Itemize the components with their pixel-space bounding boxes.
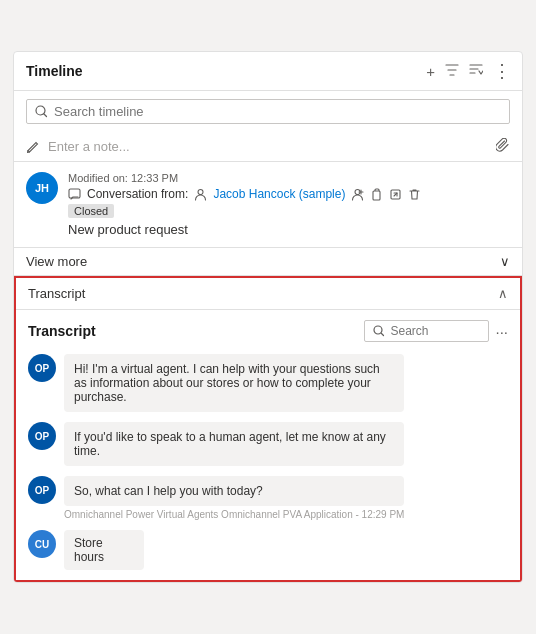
assign-icon[interactable] <box>351 188 364 201</box>
chat-message-2: OP If you'd like to speak to a human age… <box>28 422 508 466</box>
transcript-more-icon[interactable]: ··· <box>495 323 508 340</box>
view-more-row[interactable]: View more ∨ <box>14 248 522 276</box>
timeline-entry: JH Modified on: 12:33 PM Conversation fr… <box>14 162 522 248</box>
transcript-section-header: Transcript ∧ <box>16 278 520 310</box>
op-avatar-1: OP <box>28 354 56 382</box>
note-entry-bar[interactable]: Enter a note... <box>14 132 522 162</box>
chevron-down-icon: ∨ <box>500 254 510 269</box>
msg-bubble-3: So, what can I help you with today? <box>64 476 404 506</box>
svg-point-6 <box>374 326 382 334</box>
chat-message-3: OP So, what can I help you with today? O… <box>28 476 508 520</box>
svg-rect-4 <box>373 191 380 200</box>
msg-bubble-2: If you'd like to speak to a human agent,… <box>64 422 404 466</box>
note-placeholder: Enter a note... <box>48 139 130 154</box>
more-options-icon[interactable]: ⋮ <box>493 60 510 82</box>
op-avatar-3: OP <box>28 476 56 504</box>
status-badge: Closed <box>68 204 114 218</box>
chat-message-bottom: CU Store hours <box>28 530 508 570</box>
transcript-search-icon <box>373 325 385 337</box>
svg-point-2 <box>198 189 203 194</box>
person-icon <box>194 188 207 201</box>
entry-conversation: Conversation from: Jacob Hancock (sample… <box>68 187 510 201</box>
contact-name[interactable]: Jacob Hancock (sample) <box>213 187 345 201</box>
delete-icon[interactable] <box>408 188 421 201</box>
collapse-icon[interactable]: ∧ <box>498 286 508 301</box>
search-icon <box>35 105 48 118</box>
timeline-panel: Timeline + ⋮ <box>13 51 523 583</box>
attachment-icon[interactable] <box>496 138 510 155</box>
view-more-label: View more <box>26 254 87 269</box>
conversation-label: Conversation from: <box>87 187 188 201</box>
transcript-inner-title: Transcript <box>28 323 96 339</box>
op-avatar-2: OP <box>28 422 56 450</box>
conversation-icon <box>68 188 81 201</box>
note-left: Enter a note... <box>26 139 130 154</box>
transcript-inner-header: Transcript ··· <box>28 320 508 342</box>
entry-content: Modified on: 12:33 PM Conversation from:… <box>68 172 510 237</box>
chat-message-1: OP Hi! I'm a virtual agent. I can help w… <box>28 354 508 412</box>
cu-avatar: CU <box>28 530 56 558</box>
entry-subject: New product request <box>68 222 510 237</box>
header-actions: + ⋮ <box>426 60 510 82</box>
msg-bubble-1: Hi! I'm a virtual agent. I can help with… <box>64 354 404 412</box>
transcript-search-area: ··· <box>364 320 508 342</box>
transcript-search-box[interactable] <box>364 320 489 342</box>
transcript-section: Transcript ∧ Transcript ··· <box>14 276 522 582</box>
store-hours-preview: Store hours <box>64 530 144 570</box>
transcript-inner: Transcript ··· OP Hi! I'm a <box>16 310 520 580</box>
filter-icon[interactable] <box>445 63 459 80</box>
transcript-search-input[interactable] <box>390 324 480 338</box>
add-icon[interactable]: + <box>426 63 435 80</box>
panel-title: Timeline <box>26 63 83 79</box>
copy-icon[interactable] <box>370 188 383 201</box>
sort-icon[interactable] <box>469 63 483 80</box>
panel-header: Timeline + ⋮ <box>14 52 522 91</box>
msg-with-meta-3: So, what can I help you with today? Omni… <box>64 476 404 520</box>
pencil-icon <box>26 140 40 154</box>
chat-messages: OP Hi! I'm a virtual agent. I can help w… <box>28 354 508 570</box>
entry-meta: Modified on: 12:33 PM <box>68 172 510 184</box>
search-input[interactable] <box>54 104 501 119</box>
avatar: JH <box>26 172 58 204</box>
link-icon[interactable] <box>389 188 402 201</box>
search-bar[interactable] <box>26 99 510 124</box>
msg-meta-3: Omnichannel Power Virtual Agents Omnicha… <box>64 509 404 520</box>
transcript-section-title: Transcript <box>28 286 85 301</box>
